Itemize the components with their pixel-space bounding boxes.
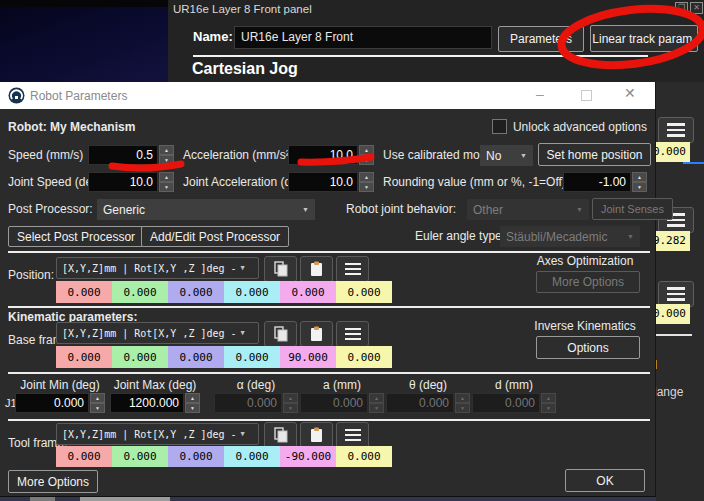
post-processor-select[interactable]: Generic: [97, 199, 315, 220]
copy-icon[interactable]: [264, 422, 297, 448]
rounding-input[interactable]: -1.00: [563, 172, 647, 192]
minimize-icon[interactable]: –: [536, 86, 544, 102]
position-y-field[interactable]: 0.000: [112, 281, 168, 303]
joint-accel-value[interactable]: 10.0: [288, 172, 358, 192]
base-x-field[interactable]: 0.000: [56, 346, 112, 368]
spin-up-icon[interactable]: [185, 393, 200, 403]
tool-z-field[interactable]: 0.000: [168, 446, 224, 467]
joint-min-value[interactable]: 0.000: [15, 393, 89, 413]
spin-up-icon[interactable]: [159, 145, 174, 155]
format-dropdown[interactable]: [X,Y,Z]mm | Rot[X,Y ,Z ]deg -: [56, 257, 259, 279]
a-input: 0.000: [300, 393, 384, 413]
position-ry-field[interactable]: 0.000: [280, 281, 336, 303]
spin-down-icon[interactable]: [159, 155, 174, 165]
copy-icon[interactable]: [264, 256, 297, 282]
spin-down-icon: [283, 403, 298, 413]
joint-max-input[interactable]: 1200.000: [110, 393, 200, 413]
base-z-field[interactable]: 0.000: [168, 346, 224, 368]
name-input[interactable]: UR16e Layer 8 Front: [234, 26, 492, 49]
acceleration-value[interactable]: 10.0: [288, 145, 358, 165]
close-icon[interactable]: ✕: [690, 2, 703, 14]
add-edit-post-processor-button[interactable]: Add/Edit Post Processor: [141, 226, 289, 247]
joint-speed-value[interactable]: 10.0: [88, 172, 158, 192]
euler-angle-select: Stäubli/Mecademic: [500, 226, 640, 247]
position-z-field[interactable]: 0.000: [168, 281, 224, 303]
maximize-icon[interactable]: [581, 90, 592, 101]
spin-up-icon: [369, 393, 384, 403]
tool-ry-field[interactable]: -90.000: [280, 446, 336, 467]
separator: [8, 419, 650, 421]
viewport-top-bar: [0, 0, 168, 7]
base-rz-field[interactable]: 0.000: [336, 346, 392, 368]
position-x-field[interactable]: 0.000: [56, 281, 112, 303]
joint-min-input[interactable]: 0.000: [15, 393, 105, 413]
robodk-logo-icon: [8, 87, 25, 104]
base-ry-field[interactable]: 90.000: [280, 346, 336, 368]
parameters-button[interactable]: Parameters: [498, 26, 584, 52]
ok-button[interactable]: OK: [565, 469, 645, 492]
calibrated-select[interactable]: No: [480, 145, 533, 166]
d-input: 0.000: [472, 393, 556, 413]
spin-down-icon[interactable]: [359, 155, 374, 165]
col-joint-min-header: Joint Min (deg): [15, 378, 105, 392]
spin-down-icon[interactable]: [185, 403, 200, 413]
dialog-close-icon[interactable]: ✕: [624, 85, 636, 101]
format-dropdown[interactable]: [X,Y,Z]mm | Rot[X,Y ,Z ]deg -: [56, 423, 259, 445]
paste-icon[interactable]: [300, 422, 333, 448]
back-window-title: UR16e Layer 8 Front panel: [173, 3, 312, 15]
more-options-button[interactable]: More Options: [8, 470, 98, 493]
calibrated-value: No: [486, 149, 501, 163]
unlock-advanced-label: Unlock advanced options: [513, 120, 647, 134]
spin-up-icon: [283, 393, 298, 403]
base-rx-field[interactable]: 0.000: [224, 346, 280, 368]
speed-input[interactable]: 0.5: [88, 145, 174, 165]
unlock-advanced-checkbox[interactable]: [492, 119, 507, 134]
rounding-value[interactable]: -1.00: [563, 172, 631, 192]
position-rz-field[interactable]: 0.000: [336, 281, 392, 303]
screen: UR16e Layer 8 Front panel ❐ ✕ Name: UR16…: [0, 0, 704, 501]
joint-max-value[interactable]: 1200.000: [110, 393, 184, 413]
3d-viewport[interactable]: [0, 0, 168, 82]
spin-down-icon[interactable]: [159, 182, 174, 192]
tool-rx-field[interactable]: 0.000: [224, 446, 280, 467]
joint-accel-input[interactable]: 10.0: [288, 172, 374, 192]
tool-y-field[interactable]: 0.000: [112, 446, 168, 467]
spin-up-icon[interactable]: [90, 393, 105, 403]
acceleration-input[interactable]: 10.0: [288, 145, 374, 165]
menu-icon[interactable]: [336, 256, 369, 282]
euler-angle-label: Euler angle type:: [415, 229, 505, 243]
select-post-processor-button[interactable]: Select Post Processor: [8, 226, 144, 247]
tool-x-field[interactable]: 0.000: [56, 446, 112, 467]
speed-value[interactable]: 0.5: [88, 145, 158, 165]
spin-down-icon[interactable]: [90, 403, 105, 413]
linear-track-param-button[interactable]: Linear track param.: [590, 25, 698, 52]
inverse-kinematics-options-button[interactable]: Options: [536, 336, 640, 359]
joint-speed-input[interactable]: 10.0: [88, 172, 174, 192]
copy-icon[interactable]: [264, 321, 297, 347]
menu-icon[interactable]: [336, 422, 369, 448]
theta-input: 0.000: [386, 393, 470, 413]
joint-behavior-label: Robot joint behavior:: [346, 202, 456, 216]
dialog-titlebar[interactable]: Robot Parameters – ✕: [0, 82, 655, 109]
paste-icon[interactable]: [300, 256, 333, 282]
menu-icon[interactable]: [336, 321, 369, 347]
position-rx-field[interactable]: 0.000: [224, 281, 280, 303]
euler-angle-value: Stäubli/Mecademic: [506, 230, 607, 244]
spin-down-icon[interactable]: [632, 182, 647, 192]
spin-up-icon[interactable]: [359, 145, 374, 155]
restore-icon[interactable]: ❐: [675, 2, 688, 14]
tool-rz-field[interactable]: 0.000: [336, 446, 392, 467]
spin-up-icon[interactable]: [359, 172, 374, 182]
cartesian-jog-heading: Cartesian Jog: [192, 60, 298, 78]
format-dropdown[interactable]: [X,Y,Z]mm | Rot[X,Y ,Z ]deg -: [56, 322, 259, 344]
accent-line: [683, 162, 704, 164]
spin-up-icon[interactable]: [632, 172, 647, 182]
post-processor-value: Generic: [103, 203, 145, 217]
spin-up-icon[interactable]: [159, 172, 174, 182]
menu-icon[interactable]: [658, 117, 694, 143]
spin-down-icon[interactable]: [359, 182, 374, 192]
paste-icon[interactable]: [300, 321, 333, 347]
robot-name-heading: Robot: My Mechanism: [8, 120, 135, 134]
set-home-position-button[interactable]: Set home position: [538, 143, 651, 166]
base-y-field[interactable]: 0.000: [112, 346, 168, 368]
